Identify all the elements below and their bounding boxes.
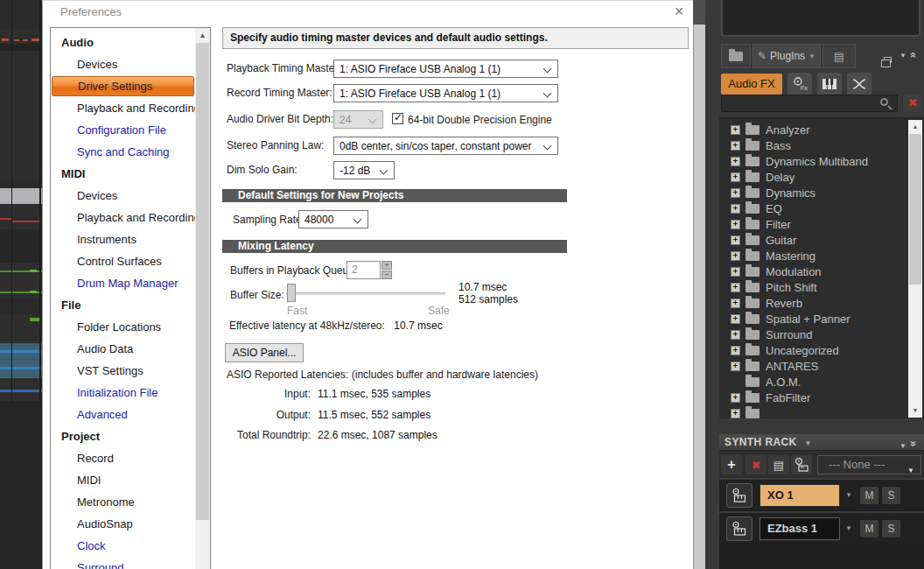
plugin-search-input[interactable] — [721, 95, 898, 112]
plugin-list-scrollbar[interactable]: ▲ ▼ — [908, 120, 922, 418]
expand-icon[interactable]: + — [731, 330, 740, 340]
expand-icon[interactable]: + — [731, 157, 740, 166]
stereo-panning-law-select[interactable]: 0dB center, sin/cos taper, constant powe… — [333, 137, 558, 155]
asio-panel-button[interactable]: ASIO Panel... — [225, 343, 304, 362]
plugin-category-aom[interactable]: +A.O.M. — [719, 374, 924, 390]
sidebar-section-midi[interactable]: MIDI — [51, 163, 195, 185]
plugin-category-uncategorized[interactable]: +Uncategorized — [719, 342, 924, 358]
sidebar-item-driver-settings[interactable]: Driver Settings — [52, 76, 194, 96]
expand-icon[interactable]: + — [731, 251, 740, 261]
instrument-icon-button[interactable] — [726, 483, 752, 508]
dim-solo-gain-select[interactable]: -12 dB — [333, 161, 395, 179]
audio-fx-tab[interactable]: Audio FX — [721, 74, 782, 95]
dock-menu-icon[interactable]: ▼ — [900, 52, 906, 60]
buffers-queue-input[interactable]: 2 — [346, 261, 381, 279]
playback-timing-master-select[interactable]: 1: ASIO Fireface USB Analog 1 (1) — [333, 60, 558, 78]
spin-up-button[interactable]: + — [382, 261, 392, 270]
plugin-category-delay[interactable]: +Delay — [719, 169, 924, 185]
chevron-down-icon[interactable]: ▼ — [845, 491, 852, 499]
instrument-icon-button[interactable] — [726, 516, 752, 541]
clear-search-button[interactable]: ✖ — [903, 95, 922, 112]
expand-icon[interactable]: + — [731, 362, 740, 371]
expand-icon[interactable]: + — [731, 346, 740, 355]
expand-icon[interactable]: + — [731, 204, 740, 214]
record-timing-master-select[interactable]: 1: ASIO Fireface USB Analog 1 (1) — [333, 84, 558, 102]
buffer-size-slider-track[interactable] — [286, 292, 445, 295]
scrollbar-thumb[interactable] — [196, 43, 209, 520]
sidebar-section-project[interactable]: Project — [51, 425, 195, 447]
add-synth-button[interactable]: + — [721, 455, 742, 474]
instrument-name-field[interactable]: EZbass 1 — [760, 517, 840, 540]
plugin-category-guitar[interactable]: +Guitar — [719, 232, 924, 248]
media-browser-tab[interactable] — [721, 44, 751, 68]
sidebar-item-midi-devices[interactable]: Devices — [51, 185, 195, 207]
solo-button[interactable]: S — [882, 487, 900, 504]
instruments-filter-button[interactable] — [817, 73, 842, 95]
dock-layout-icon[interactable] — [884, 57, 892, 63]
sidebar-item-record[interactable]: Record — [51, 447, 195, 469]
sidebar-item-instruments[interactable]: Instruments — [51, 228, 195, 250]
sidebar-item-audio-playback-recording[interactable]: Playback and Recording — [51, 97, 195, 119]
insert-send-button[interactable] — [791, 455, 812, 474]
sidebar-item-configuration-file[interactable]: Configuration File — [51, 119, 195, 141]
expand-icon[interactable]: + — [731, 299, 740, 308]
sidebar-item-audio-data[interactable]: Audio Data — [51, 338, 195, 360]
plugin-category-modulation[interactable]: +Modulation — [719, 263, 924, 279]
plugin-category-partial[interactable]: + — [719, 405, 924, 418]
sidebar-item-advanced[interactable]: Advanced — [51, 404, 195, 425]
expand-icon[interactable]: + — [731, 220, 740, 229]
expand-icon[interactable]: + — [731, 172, 740, 182]
plugin-category-fabfilter[interactable]: +FabFilter — [719, 390, 924, 405]
sidebar-item-initialization-file[interactable]: Initialization File — [51, 382, 195, 404]
plugin-category-reverb[interactable]: +Reverb — [719, 295, 924, 311]
collapse-down-icon[interactable]: » — [906, 440, 921, 446]
sidebar-item-midi-playback-recording[interactable]: Playback and Recording — [51, 207, 195, 228]
scroll-up-icon[interactable]: ▲ — [195, 28, 210, 43]
sidebar-scrollbar[interactable]: ▲ — [195, 28, 210, 569]
close-icon[interactable]: ✕ — [669, 3, 689, 20]
chevron-down-icon[interactable]: ▼ — [845, 524, 852, 532]
mute-button[interactable]: M — [860, 487, 878, 504]
rewire-filter-button[interactable] — [847, 73, 872, 95]
solo-button[interactable]: S — [882, 520, 900, 537]
collapse-up-icon[interactable]: » — [906, 53, 919, 59]
sidebar-item-vst-settings[interactable]: VST Settings — [51, 360, 195, 382]
delete-synth-button[interactable]: ✖ — [746, 455, 766, 474]
plugin-category-analyzer[interactable]: +Analyzer — [719, 122, 924, 137]
scroll-up-icon[interactable]: ▲ — [908, 120, 922, 134]
scrollbar-thumb[interactable] — [909, 134, 921, 284]
background-scrollbar[interactable] — [693, 25, 705, 569]
plugin-category-pitch-shift[interactable]: +Pitch Shift — [719, 279, 924, 295]
plugin-category-spatial-panner[interactable]: +Spatial + Panner — [719, 311, 924, 327]
sidebar-item-audio-devices[interactable]: Devices — [51, 53, 195, 75]
synth-rack-header[interactable]: SYNTH RACK ▼ ▼ » — [719, 434, 924, 450]
expand-icon[interactable]: + — [731, 235, 740, 245]
sidebar-item-drum-map-manager[interactable]: Drum Map Manager — [51, 272, 195, 294]
scroll-down-icon[interactable]: ▼ — [908, 404, 922, 418]
plugin-category-dynamics[interactable]: +Dynamics — [719, 185, 924, 200]
spin-down-button[interactable]: − — [382, 270, 392, 279]
properties-button[interactable]: ▤ — [768, 455, 789, 474]
sidebar-item-clock[interactable]: Clock — [51, 535, 195, 557]
plugin-category-mastering[interactable]: +Mastering — [719, 248, 924, 263]
double-precision-checkbox[interactable]: ✓ — [392, 113, 403, 124]
buffer-size-slider-thumb[interactable] — [287, 284, 296, 302]
plugin-category-dynamics-multiband[interactable]: +Dynamics Multiband — [719, 153, 924, 169]
plugin-category-eq[interactable]: +EQ — [719, 200, 924, 216]
plugin-category-filter[interactable]: +Filter — [719, 216, 924, 232]
sidebar-item-metronome[interactable]: Metronome — [51, 491, 195, 513]
sidebar-item-sync-caching[interactable]: Sync and Caching — [51, 141, 195, 163]
sidebar-item-control-surfaces[interactable]: Control Surfaces — [51, 250, 195, 272]
sidebar-section-file[interactable]: File — [51, 294, 195, 316]
preset-select[interactable]: --- None --- ▼ — [817, 455, 921, 474]
expand-icon[interactable]: + — [731, 393, 740, 403]
sidebar-item-surround[interactable]: Surround — [51, 557, 195, 569]
sidebar-item-audiosnap[interactable]: AudioSnap — [51, 513, 195, 535]
expand-icon[interactable]: + — [731, 267, 740, 277]
instrument-name-field[interactable]: XO 1 — [760, 484, 840, 507]
expand-icon[interactable]: + — [731, 283, 740, 292]
expand-icon[interactable]: + — [731, 125, 740, 135]
expand-icon[interactable]: + — [731, 141, 740, 151]
tab-plugins[interactable]: ✎ PlugIns ▼ — [752, 44, 821, 68]
plugin-category-bass[interactable]: +Bass — [719, 137, 924, 153]
